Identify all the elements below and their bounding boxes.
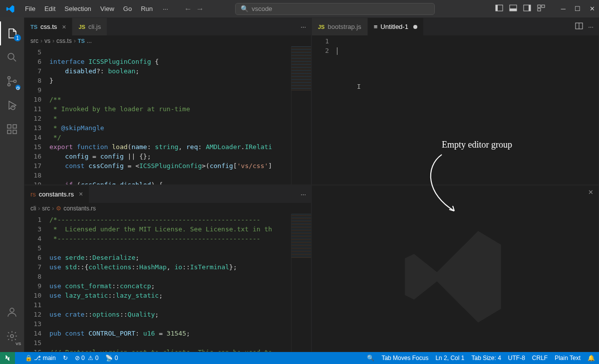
code-line[interactable] <box>49 272 291 281</box>
explorer-icon[interactable]: 1 <box>0 21 24 45</box>
code-line[interactable]: pub const CONTROL_PORT: u16 = 31545; <box>49 329 291 338</box>
code-line[interactable]: /// Protocol version sent to clients. Th… <box>49 348 291 352</box>
code-line[interactable]: * Invoked by the loader at run-time <box>49 104 291 114</box>
status-problems[interactable]: ⊘ 0 ⚠ 0 <box>75 355 99 362</box>
code-line[interactable]: interface ICSSPluginConfig { <box>49 57 291 66</box>
code-line[interactable] <box>49 47 291 57</box>
code-line[interactable]: /*--------------------------------------… <box>49 215 291 224</box>
more-actions-icon[interactable]: ··· <box>300 190 306 198</box>
menu-go[interactable]: Go <box>119 3 136 14</box>
source-control-icon[interactable] <box>0 69 24 93</box>
accounts-icon[interactable] <box>0 300 24 324</box>
breadcrumbs[interactable]: src › vs › css.ts › TS ... <box>24 35 311 46</box>
svg-rect-6 <box>538 5 541 7</box>
tab-bootstrap-js[interactable]: JSbootstrap.js <box>312 18 368 35</box>
editor-body[interactable]: 12 <box>312 35 599 184</box>
code-line[interactable]: * Licensed under the MIT License. See Li… <box>49 224 291 234</box>
editor-body[interactable]: 1345678910111213141516 /*---------------… <box>24 214 311 352</box>
status-search-icon[interactable]: 🔍 <box>367 355 374 362</box>
code-line[interactable] <box>49 85 291 95</box>
status-tab-focus[interactable]: Tab Moves Focus <box>381 355 428 362</box>
code-line[interactable]: *---------------------------------------… <box>49 234 291 243</box>
more-actions-icon[interactable]: ··· <box>588 23 594 30</box>
code-line[interactable]: * @skipMangle <box>49 123 291 133</box>
extensions-icon[interactable] <box>0 117 24 141</box>
code-line[interactable]: disabled?: boolean; <box>49 66 291 76</box>
breadcrumb-item[interactable]: ... <box>87 37 92 44</box>
status-encoding[interactable]: UTF-8 <box>508 355 525 362</box>
status-language[interactable]: Plain Text <box>555 355 581 362</box>
tab-constants-rs[interactable]: rsconstants.rs× <box>24 185 89 203</box>
status-branch[interactable]: 🔒 ⎇ main <box>25 355 56 362</box>
layout-sidebar-left-icon[interactable] <box>495 4 503 13</box>
code-line[interactable] <box>49 319 291 329</box>
code-line[interactable] <box>49 171 291 180</box>
breadcrumb-item[interactable]: css.ts <box>56 37 72 44</box>
nav-forward-icon[interactable]: → <box>196 4 204 13</box>
tab-Untitled-1[interactable]: ≡Untitled-1 <box>368 18 424 35</box>
menu-view[interactable]: View <box>96 3 118 14</box>
menu-overflow[interactable]: ··· <box>159 3 172 14</box>
status-bar: 🔒 ⎇ main ↻ ⊘ 0 ⚠ 0 📡 0 🔍 Tab Moves Focus… <box>0 352 599 364</box>
layout-panel-icon[interactable] <box>509 4 517 13</box>
code-line[interactable]: } <box>49 76 291 85</box>
command-center[interactable]: 🔍 vscode <box>235 3 435 15</box>
code-line[interactable] <box>49 300 291 310</box>
code-line[interactable] <box>337 36 599 46</box>
editor-body[interactable]: 567891011121314151617181920 interface IC… <box>24 46 311 184</box>
breadcrumb-item[interactable]: src <box>30 37 38 44</box>
nav-back-icon[interactable]: ← <box>184 4 192 13</box>
menu-edit[interactable]: Edit <box>40 3 59 14</box>
close-icon[interactable]: × <box>62 23 66 31</box>
code-line[interactable] <box>337 46 599 55</box>
code-line[interactable]: * <box>49 114 291 123</box>
code-line[interactable] <box>49 338 291 348</box>
status-eol[interactable]: CRLF <box>532 355 548 362</box>
close-group-icon[interactable]: ✕ <box>588 188 594 196</box>
window-close-icon[interactable]: ✕ <box>590 5 595 12</box>
vs-badge: VS <box>15 342 21 346</box>
status-tabsize[interactable]: Tab Size: 4 <box>471 355 501 362</box>
breadcrumb-item[interactable]: src <box>42 205 50 212</box>
menu-file[interactable]: File <box>21 3 39 14</box>
code-line[interactable] <box>49 243 291 253</box>
editor-group-4-empty[interactable]: ✕ <box>311 185 599 353</box>
status-notifications-icon[interactable]: 🔔 <box>588 355 595 362</box>
code-line[interactable]: /** <box>49 95 291 104</box>
code-line[interactable]: */ <box>49 133 291 142</box>
remote-indicator[interactable] <box>0 352 15 364</box>
tab-cli-js[interactable]: JScli.js <box>72 18 107 35</box>
code-line[interactable]: use crate::options::Quality; <box>49 310 291 319</box>
status-sync[interactable]: ↻ <box>63 355 68 362</box>
minimap[interactable] <box>291 46 311 184</box>
settings-gear-icon[interactable]: VS <box>0 324 24 348</box>
run-debug-icon[interactable] <box>0 93 24 117</box>
tab-css-ts[interactable]: TScss.ts× <box>24 18 72 35</box>
menu-selection[interactable]: Selection <box>60 3 95 14</box>
layout-customize-icon[interactable] <box>537 4 545 13</box>
split-editor-icon[interactable] <box>575 22 583 31</box>
tab-label: constants.rs <box>39 190 74 198</box>
window-maximize-icon[interactable]: ☐ <box>575 5 581 12</box>
breadcrumbs[interactable]: cli › src › ⚙ constants.rs <box>24 203 311 214</box>
code-line[interactable]: if (cssConfig.disabled) { <box>49 180 291 184</box>
status-cursor[interactable]: Ln 2, Col 1 <box>435 355 464 362</box>
breadcrumb-item[interactable]: constants.rs <box>63 205 96 212</box>
code-line[interactable]: use std::{collections::HashMap, io::IsTe… <box>49 262 291 272</box>
close-icon[interactable]: × <box>79 190 83 198</box>
code-line[interactable]: config = config || {}; <box>49 152 291 161</box>
menu-run[interactable]: Run <box>137 3 157 14</box>
code-line[interactable]: use const_format::concatcp; <box>49 281 291 291</box>
breadcrumb-item[interactable]: cli <box>30 205 36 212</box>
code-line[interactable]: const cssConfig = <ICSSPluginConfig>(con… <box>49 161 291 171</box>
code-line[interactable]: export function load(name: string, req: … <box>49 142 291 152</box>
code-line[interactable]: use lazy_static::lazy_static; <box>49 291 291 300</box>
breadcrumb-item[interactable]: vs <box>44 37 50 44</box>
minimap[interactable] <box>291 214 311 352</box>
status-ports[interactable]: 📡 0 <box>105 355 118 362</box>
search-activity-icon[interactable] <box>0 45 24 69</box>
more-actions-icon[interactable]: ··· <box>300 23 306 30</box>
code-line[interactable]: use serde::Deserialize; <box>49 253 291 262</box>
layout-sidebar-right-icon[interactable] <box>523 4 531 13</box>
window-minimize-icon[interactable]: ─ <box>561 5 566 12</box>
